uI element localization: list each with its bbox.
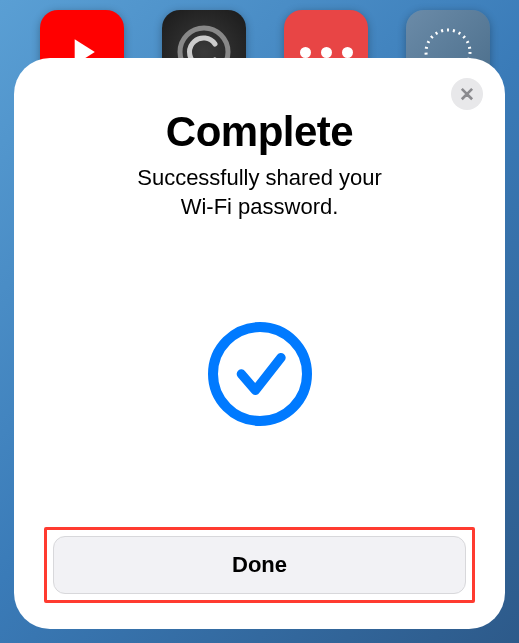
modal-title: Complete — [166, 108, 353, 156]
checkmark-circle-icon — [208, 322, 312, 426]
wifi-share-complete-modal: ✕ Complete Successfully shared your Wi-F… — [14, 58, 505, 629]
checkmark-icon — [232, 346, 288, 402]
close-button[interactable]: ✕ — [451, 78, 483, 110]
close-icon: ✕ — [459, 83, 475, 106]
success-indicator — [208, 221, 312, 527]
modal-subtitle: Successfully shared your Wi-Fi password. — [137, 164, 382, 221]
done-button[interactable]: Done — [53, 536, 466, 594]
three-dots-icon — [300, 47, 353, 58]
done-button-highlight: Done — [44, 527, 475, 603]
